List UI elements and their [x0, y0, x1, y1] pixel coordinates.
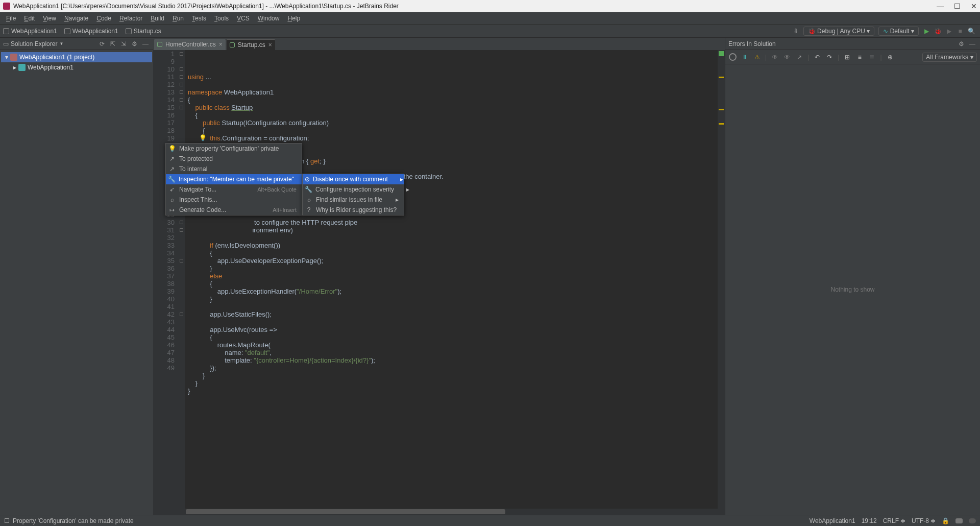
menu-vcs[interactable]: VCS	[233, 14, 254, 23]
menu-navigate[interactable]: Navigate	[60, 14, 92, 23]
errors-panel-title: Errors In Solution	[728, 40, 957, 47]
menu-build[interactable]: Build	[146, 14, 168, 23]
maximize-button[interactable]: ☐	[954, 2, 961, 10]
search-button[interactable]: 🔍	[966, 26, 977, 37]
status-cursor-pos[interactable]: 19:12	[862, 517, 877, 524]
ctx-disable-once-with-comment[interactable]: ⊘Disable once with comment▸	[303, 174, 404, 184]
ctx-generate-code-[interactable]: ↦Generate Code...Alt+Insert	[166, 205, 302, 215]
menu-window[interactable]: Window	[254, 14, 284, 23]
expand-icon[interactable]: ⇲	[119, 40, 128, 47]
prev-error-icon[interactable]: ↶	[813, 53, 821, 61]
framework-filter-dropdown[interactable]: All Frameworks ▾	[922, 53, 977, 62]
stop-button[interactable]: ■	[954, 26, 966, 37]
eye-off-icon[interactable]: 👁	[783, 53, 791, 61]
close-tab-icon[interactable]: ×	[219, 41, 223, 48]
app-icon	[3, 3, 10, 10]
expand-icon-2[interactable]: ≡	[855, 53, 864, 61]
breadcrumb-solution[interactable]: WebApplication1	[3, 28, 57, 35]
ctx-find-similar-issues-in-file[interactable]: ⌕Find similar issues in file▸	[303, 195, 404, 205]
ctx-navigate-to-[interactable]: ➶Navigate To...Alt+Back Quote	[166, 184, 302, 195]
gear-icon[interactable]: ⚙	[957, 40, 966, 47]
debug-button[interactable]: 🐞	[932, 26, 943, 37]
ctx-inspect-this-[interactable]: ⌕Inspect This...	[166, 195, 302, 205]
tab-startup-cs[interactable]: Startup.cs×	[227, 39, 275, 50]
status-bar: ☐ Property 'Configuration' can be made p…	[0, 515, 980, 526]
minimize-button[interactable]: —	[937, 2, 944, 10]
menu-run[interactable]: Run	[168, 14, 188, 23]
tree-solution-node[interactable]: ▾WebApplication1 (1 project)	[1, 52, 152, 62]
ctx-to-internal[interactable]: ↗To internal	[166, 164, 302, 174]
errors-list: Nothing to show	[725, 64, 980, 515]
tab-homecontroller-cs[interactable]: HomeController.cs×	[154, 39, 226, 50]
menu-edit[interactable]: Edit	[20, 14, 39, 23]
inspect-badge[interactable]	[955, 518, 963, 523]
status-message: Property 'Configuration' can be made pri…	[13, 517, 134, 524]
ctx-why-is-rider-suggesting-this-[interactable]: ?Why is Rider suggesting this?	[303, 205, 404, 215]
group-icon[interactable]: ⊞	[843, 53, 851, 61]
next-error-icon[interactable]: ↷	[825, 53, 834, 61]
ctx-to-protected[interactable]: ↗To protected	[166, 154, 302, 164]
menu-tests[interactable]: Tests	[188, 14, 210, 23]
lock-icon[interactable]: 🔒	[942, 517, 949, 524]
lightbulb-icon[interactable]: 💡	[199, 134, 207, 142]
close-tab-icon[interactable]: ×	[268, 41, 272, 49]
status-icon: ☐	[4, 517, 10, 524]
breadcrumb-project[interactable]: WebApplication1	[64, 28, 118, 35]
settings-icon[interactable]: ⚙	[130, 40, 139, 47]
context-submenu[interactable]: ⊘Disable once with comment▸🔧Configure in…	[302, 174, 404, 216]
collapse-icon[interactable]: ⇱	[108, 40, 117, 47]
target-icon[interactable]: ⊕	[886, 53, 894, 61]
analysis-toggle-icon[interactable]	[728, 53, 737, 61]
ctx-inspection-member-can-be-made-[interactable]: 🔧Inspection: "Member can be made private…	[166, 174, 302, 184]
solution-explorer-panel: ▭Solution Explorer ▼ ⟳ ⇱ ⇲ ⚙ — ▾WebAppli…	[0, 38, 153, 515]
menu-code[interactable]: Code	[92, 14, 115, 23]
code-editor[interactable]: 1910111213141516171819202122232425262728…	[153, 50, 725, 515]
navigation-bar: WebApplication1 WebApplication1 Startup.…	[0, 25, 980, 38]
csharp-file-icon	[230, 42, 235, 47]
errors-filter-bar: ⏸ ⚠ | 👁 👁 ↗ | ↶ ↷ | ⊞ ≡ ≣ | ⊕ All Framew…	[725, 50, 980, 64]
menu-view[interactable]: View	[39, 14, 60, 23]
hide-icon[interactable]: —	[141, 40, 150, 47]
menu-help[interactable]: Help	[283, 14, 304, 23]
status-eol[interactable]: CRLF≑	[883, 517, 905, 524]
autoscroll-icon[interactable]: ↗	[795, 53, 803, 61]
pause-icon[interactable]: ⏸	[741, 53, 749, 61]
code-area[interactable]: 💡 using ...namespace WebApplication1{ pu…	[185, 50, 718, 515]
editor-panel: HomeController.cs×Startup.cs× 1910111213…	[153, 38, 725, 515]
progress-indicator[interactable]	[969, 518, 976, 523]
error-stripe[interactable]	[718, 50, 725, 515]
folder-icon: ▭	[3, 40, 9, 47]
build-config-dropdown[interactable]: 🐞 Debug | Any CPU ▾	[803, 27, 875, 36]
csharp-file-icon	[157, 42, 162, 47]
warning-icon[interactable]: ⚠	[753, 53, 761, 61]
menu-file[interactable]: File	[2, 14, 20, 23]
ctx-make-property-configuration-pr[interactable]: 💡Make property 'Configuration' private	[166, 144, 302, 154]
menu-bar: FileEditViewNavigateCodeRefactorBuildRun…	[0, 12, 980, 25]
sync-icon[interactable]: ⟳	[97, 40, 107, 47]
attach-button[interactable]: ▶	[943, 26, 954, 37]
solution-tree: ▾WebApplication1 (1 project) ▸WebApplica…	[0, 50, 153, 75]
solution-explorer-title[interactable]: Solution Explorer	[11, 40, 57, 47]
collapse-icon-2[interactable]: ≣	[868, 53, 876, 61]
status-encoding[interactable]: UTF-8≑	[912, 517, 936, 524]
errors-empty-label: Nothing to show	[830, 286, 874, 293]
run-button[interactable]: ▶	[921, 26, 932, 37]
line-number-gutter: 1910111213141516171819202122232425262728…	[153, 50, 179, 515]
breadcrumb-file[interactable]: Startup.cs	[126, 28, 161, 35]
hide-errors-icon[interactable]: —	[968, 40, 977, 47]
eye-icon[interactable]: 👁	[771, 53, 779, 61]
run-target-dropdown[interactable]: ∿ Default ▾	[878, 27, 919, 36]
ctx-configure-inspection-severity[interactable]: 🔧Configure inspection severity▸	[303, 184, 404, 195]
close-button[interactable]: ✕	[971, 2, 977, 10]
tree-project-node[interactable]: ▸WebApplication1	[1, 62, 152, 73]
solution-explorer-header: ▭Solution Explorer ▼ ⟳ ⇱ ⇲ ⚙ —	[0, 38, 153, 50]
fold-gutter	[179, 50, 185, 515]
build-icon[interactable]: ⇩	[790, 26, 801, 37]
menu-refactor[interactable]: Refactor	[115, 14, 146, 23]
errors-panel-header: Errors In Solution ⚙ —	[725, 38, 980, 50]
context-menu[interactable]: 💡Make property 'Configuration' private↗T…	[165, 143, 302, 216]
menu-tools[interactable]: Tools	[210, 14, 233, 23]
status-project[interactable]: WebApplication1	[810, 517, 855, 524]
horizontal-scrollbar[interactable]	[185, 509, 718, 515]
editor-tabs: HomeController.cs×Startup.cs×	[153, 38, 725, 50]
